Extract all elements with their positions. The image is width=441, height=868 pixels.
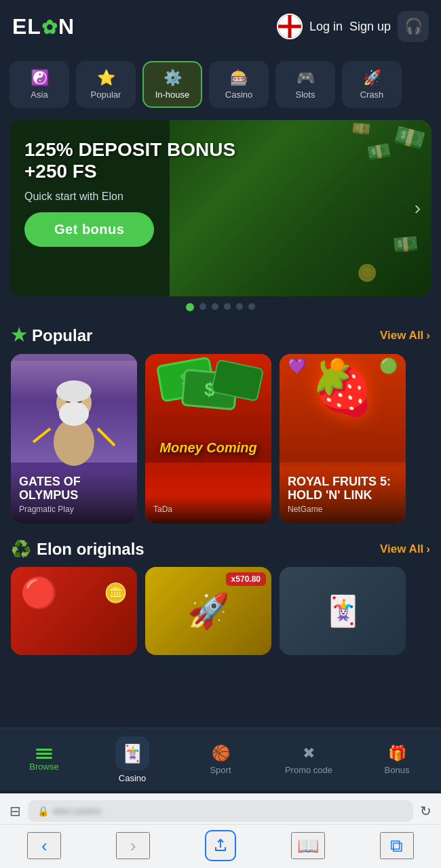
sport-label: Sport (210, 765, 231, 775)
banner-dot-5[interactable] (236, 303, 243, 310)
svg-line-9 (33, 429, 50, 442)
url-bar[interactable]: 🔒 elon.casino (28, 800, 413, 822)
promo-icon: ✖ (303, 745, 315, 762)
login-button[interactable]: Log in (309, 20, 343, 34)
chevron-right-icon: › (426, 329, 430, 342)
money-provider: TaDa (153, 505, 263, 514)
fruits-provider: NetGame (288, 505, 398, 514)
bottom-nav-bonus[interactable]: 🎁 Bonus (370, 745, 424, 775)
banner-dot-6[interactable] (248, 303, 255, 310)
get-bonus-button[interactable]: Get bonus (24, 212, 154, 247)
banner-dot-2[interactable] (199, 303, 206, 310)
nav-label-popular: Popular (91, 90, 121, 100)
popular-section-header: ★ Popular View All › (0, 315, 441, 351)
signup-button[interactable]: Sign up (349, 20, 391, 34)
share-button[interactable] (205, 830, 236, 861)
svg-point-5 (59, 401, 89, 426)
forward-button[interactable]: › (116, 832, 150, 859)
bonus-icon: 🎁 (388, 745, 406, 762)
bottom-nav-casino[interactable]: 🃏 Casino (105, 736, 159, 783)
banner-title: 125% DEPOSIT BONUS +250 FS (24, 139, 235, 182)
originals-icon: ♻️ (11, 540, 31, 559)
star-icon: ⭐ (97, 71, 115, 85)
banner-dot-4[interactable] (224, 303, 231, 310)
nav-item-popular[interactable]: ⭐ Popular (76, 61, 136, 108)
header: EL✿N Log in Sign up 🎧 (0, 0, 441, 53)
slots-icon: 🎮 (296, 71, 315, 85)
chevron-right-icon-2: › (426, 542, 430, 556)
promo-label: Promo code (285, 765, 332, 775)
popular-view-all[interactable]: View All › (380, 329, 430, 342)
originals-title: ♻️ Elon originals (11, 540, 145, 559)
back-button[interactable]: ‹ (27, 832, 61, 859)
nav-item-inhouse[interactable]: ⚙️ In-house (142, 61, 202, 108)
gear-icon: ⚙️ (164, 71, 182, 85)
nav-item-asia[interactable]: ☯️ Asia (9, 61, 69, 108)
original-card-2[interactable]: x570.80 🚀 (145, 567, 271, 655)
olympus-provider: Pragmatic Play (19, 505, 129, 514)
fruits-title: ROYAL FRUITS 5:HOLD 'N' LINK (288, 475, 398, 502)
game-card-olympus[interactable]: GATES OFOLYMPUS Pragmatic Play (11, 354, 137, 524)
originals-games-row: 🔴 🪙 x570.80 🚀 🃏 (0, 564, 441, 662)
svg-line-10 (98, 429, 115, 446)
originals-view-all[interactable]: View All › (380, 542, 430, 556)
nav-item-casino[interactable]: 🎰 Casino (209, 61, 269, 108)
bottom-nav: Browse 🃏 Casino 🏀 Sport ✖ Promo code 🎁 B… (0, 728, 441, 790)
svg-point-8 (56, 380, 92, 402)
promo-banner: 💵 💵 💴 💵 🪙 125% DEPOSIT BONUS +250 FS Qui… (9, 120, 432, 296)
original-card-3[interactable]: 🃏 (280, 567, 406, 655)
browser-controls: ‹ › 📖 ⧉ (0, 824, 441, 868)
money-title-inline: Money Coming (152, 439, 265, 455)
nav-item-slots[interactable]: 🎮 Slots (275, 61, 335, 108)
bottom-nav-promo[interactable]: ✖ Promo code (282, 745, 336, 775)
flag-england-icon (277, 14, 303, 39)
star-icon: ★ (11, 325, 26, 346)
nav-label-crash: Crash (360, 90, 384, 100)
nav-categories: ☯️ Asia ⭐ Popular ⚙️ In-house 🎰 Casino 🎮… (0, 53, 441, 116)
support-button[interactable]: 🎧 (398, 11, 429, 42)
nav-label-slots: Slots (296, 90, 315, 100)
originals-section-header: ♻️ Elon originals View All › (0, 530, 441, 564)
game-card-money[interactable]: $ $ Money Coming TaDa (145, 354, 271, 524)
olympus-title: GATES OFOLYMPUS (19, 475, 129, 502)
yin-yang-icon: ☯️ (31, 71, 49, 85)
lock-icon: 🔒 (37, 806, 49, 816)
sport-icon: 🏀 (212, 745, 230, 762)
money-overlay: TaDa (145, 496, 271, 524)
tabs-button[interactable]: ⧉ (380, 832, 414, 859)
banner-dot-1[interactable] (186, 303, 194, 311)
banner-next-arrow[interactable]: › (415, 197, 421, 219)
bonus-label: Bonus (385, 765, 410, 775)
casino-label: Casino (119, 773, 146, 783)
bookmarks-button[interactable]: 📖 (291, 832, 325, 859)
game-card-fruits[interactable]: 🍓 💜 🟢 🟠 ROYAL FRUITS 5:HOLD 'N' LINK Net… (280, 354, 406, 524)
banner-pagination (0, 303, 441, 311)
nav-label-asia: Asia (31, 90, 47, 100)
bottom-nav-browse[interactable]: Browse (17, 749, 71, 772)
olympus-overlay: GATES OFOLYMPUS Pragmatic Play (11, 469, 137, 524)
multiplier-badge: x570.80 (226, 572, 266, 586)
reload-icon[interactable]: ↻ (420, 803, 432, 819)
fruits-visual: 🍓 💜 🟢 🟠 (280, 354, 406, 462)
crash-icon: 🚀 (363, 71, 381, 85)
nav-item-crash[interactable]: 🚀 Crash (342, 61, 402, 108)
header-right: Log in Sign up 🎧 (277, 11, 429, 42)
nav-label-inhouse: In-house (155, 90, 190, 100)
popular-title: ★ Popular (11, 325, 92, 346)
logo-text: EL✿N (12, 14, 75, 39)
nav-label-casino: Casino (225, 90, 252, 100)
popular-games-row: GATES OFOLYMPUS Pragmatic Play $ $ Money (0, 351, 441, 530)
casino-nav-icon: 🃏 (115, 736, 149, 770)
headset-icon: 🎧 (404, 18, 423, 35)
browse-label: Browse (29, 762, 58, 772)
logo: EL✿N (12, 14, 75, 39)
original-card-1[interactable]: 🔴 🪙 (11, 567, 137, 655)
banner-content: 125% DEPOSIT BONUS +250 FS Quick start w… (24, 139, 235, 247)
browser-tabs-icon[interactable]: ⊟ (9, 803, 21, 819)
bottom-nav-sport[interactable]: 🏀 Sport (193, 745, 248, 775)
url-text: elon.casino (53, 806, 404, 816)
main-content: EL✿N Log in Sign up 🎧 ☯️ Asia ⭐ (0, 0, 441, 852)
zeus-visual (11, 354, 137, 462)
banner-dot-3[interactable] (212, 303, 218, 310)
casino-icon: 🎰 (230, 71, 248, 85)
